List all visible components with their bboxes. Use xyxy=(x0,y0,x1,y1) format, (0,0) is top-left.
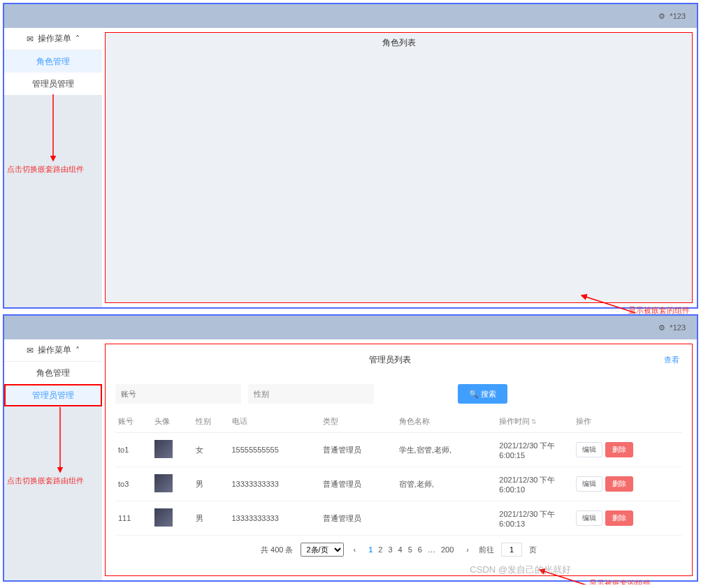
edit-button[interactable]: 编辑 xyxy=(576,510,602,526)
sidebar-header[interactable]: ✉ 操作菜单 ˄ xyxy=(4,28,102,50)
cell-avatar xyxy=(152,467,193,501)
pager-page[interactable]: 1 xyxy=(366,545,375,554)
account-input[interactable] xyxy=(115,384,241,404)
content-area: 管理员列表 查看 🔍 搜索 账号 头像 性别 电话 xyxy=(105,344,693,576)
col-gender: 性别 xyxy=(193,411,229,433)
pager-page[interactable]: 5 xyxy=(405,545,415,554)
cell-gender: 男 xyxy=(193,467,229,501)
gender-input[interactable] xyxy=(248,384,374,404)
chevron-up-icon: ˄ xyxy=(75,346,80,355)
topbar: ⚙ *123 xyxy=(4,4,697,28)
col-role: 角色名称 xyxy=(396,411,497,433)
content-area: 角色列表 xyxy=(105,32,693,303)
cell-ops: 编辑删除 xyxy=(573,501,682,536)
delete-button[interactable]: 删除 xyxy=(605,442,633,457)
cell-account: 111 xyxy=(115,501,152,536)
gear-icon[interactable]: ⚙ xyxy=(658,323,665,332)
cell-avatar xyxy=(152,433,193,467)
delete-button[interactable]: 删除 xyxy=(605,476,633,492)
cell-gender: 男 xyxy=(193,501,229,536)
sidebar-header-label: 操作菜单 xyxy=(38,344,71,356)
col-avatar: 头像 xyxy=(152,411,193,433)
mail-icon: ✉ xyxy=(27,34,34,44)
sidebar-item-admin[interactable]: 管理员管理 xyxy=(4,384,102,406)
col-time[interactable]: 操作时间⇅ xyxy=(496,411,573,433)
user-label: *123 xyxy=(670,323,686,332)
cell-phone: 15555555555 xyxy=(229,433,320,467)
gear-icon[interactable]: ⚙ xyxy=(658,12,665,21)
pager-total: 共 400 条 xyxy=(261,545,293,555)
watermark: CSDN @发自己的光就好 xyxy=(470,564,571,576)
pager-page[interactable]: … xyxy=(425,545,438,554)
sidebar-item-role[interactable]: 角色管理 xyxy=(4,50,102,73)
cell-role xyxy=(396,501,497,536)
col-type: 类型 xyxy=(320,411,396,433)
table-row: 111 男 13333333333 普通管理员 2021/12/30 下午6:0… xyxy=(115,501,682,536)
annotation-show-nested: 显示被嵌套的组件 xyxy=(589,578,651,585)
sidebar-item-admin[interactable]: 管理员管理 xyxy=(4,73,102,95)
cell-ops: 编辑删除 xyxy=(573,467,682,501)
pager-page[interactable]: 3 xyxy=(385,545,395,554)
delete-button[interactable]: 删除 xyxy=(605,510,633,526)
view-link[interactable]: 查看 xyxy=(664,355,682,365)
table-row: to3 男 13333333333 普通管理员 宿管,老师, 2021/12/3… xyxy=(115,467,682,501)
edit-button[interactable]: 编辑 xyxy=(576,442,602,457)
cell-type: 普通管理员 xyxy=(320,501,396,536)
sidebar-header-label: 操作菜单 xyxy=(38,33,71,45)
pagination: 共 400 条 2条/页 ‹ 123456…200 › 前往 页 xyxy=(115,536,682,559)
pager-page[interactable]: 4 xyxy=(396,545,405,554)
per-page-select[interactable]: 2条/页 xyxy=(301,543,344,557)
pager-prev[interactable]: ‹ xyxy=(351,545,359,554)
col-account: 账号 xyxy=(115,411,152,433)
goto-input[interactable] xyxy=(501,543,522,557)
cell-avatar xyxy=(152,501,193,536)
sidebar: ✉ 操作菜单 ˄ 角色管理 管理员管理 点击切换嵌套路由组件 xyxy=(4,339,102,580)
cell-account: to1 xyxy=(115,433,152,467)
chevron-up-icon: ˄ xyxy=(75,34,80,44)
goto-label: 前往 xyxy=(479,545,494,555)
edit-button[interactable]: 编辑 xyxy=(576,476,602,492)
cell-phone: 13333333333 xyxy=(229,467,320,501)
annotation-click-switch: 点击切换嵌套路由组件 xyxy=(7,164,84,175)
table-row: to1 女 15555555555 普通管理员 学生,宿管,老师, 2021/1… xyxy=(115,433,682,467)
cell-time: 2021/12/30 下午6:00:10 xyxy=(496,467,573,501)
pager-page[interactable]: 200 xyxy=(438,545,456,554)
cell-role: 学生,宿管,老师, xyxy=(396,433,497,467)
search-icon: 🔍 xyxy=(469,390,479,398)
cell-account: to3 xyxy=(115,467,152,501)
col-phone: 电话 xyxy=(229,411,320,433)
cell-type: 普通管理员 xyxy=(320,433,396,467)
cell-type: 普通管理员 xyxy=(320,467,396,501)
sidebar-header[interactable]: ✉ 操作菜单 ˄ xyxy=(4,339,102,362)
avatar xyxy=(154,508,173,527)
page-title: 管理员列表 xyxy=(115,350,664,370)
col-ops: 操作 xyxy=(573,411,682,433)
cell-gender: 女 xyxy=(193,433,229,467)
sort-icon: ⇅ xyxy=(531,418,537,425)
avatar xyxy=(154,474,173,492)
cell-ops: 编辑删除 xyxy=(573,433,682,467)
admin-table: 账号 头像 性别 电话 类型 角色名称 操作时间⇅ 操作 to1 女 15555… xyxy=(115,411,682,536)
pager-page[interactable]: 6 xyxy=(415,545,425,554)
pager-next[interactable]: › xyxy=(463,545,472,554)
sidebar: ✉ 操作菜单 ˄ 角色管理 管理员管理 点击切换嵌套路由组件 xyxy=(4,28,102,307)
cell-time: 2021/12/30 下午6:00:15 xyxy=(496,433,573,467)
cell-phone: 13333333333 xyxy=(229,501,320,536)
annotation-click-switch: 点击切换嵌套路由组件 xyxy=(7,476,84,486)
pager-page[interactable]: 2 xyxy=(375,545,385,554)
sidebar-item-role[interactable]: 角色管理 xyxy=(4,362,102,384)
mail-icon: ✉ xyxy=(27,346,34,355)
cell-time: 2021/12/30 下午6:00:13 xyxy=(496,501,573,536)
user-label: *123 xyxy=(670,12,686,20)
topbar: ⚙ *123 xyxy=(4,316,697,339)
avatar xyxy=(154,440,173,458)
cell-role: 宿管,老师, xyxy=(396,467,497,501)
search-button[interactable]: 🔍 搜索 xyxy=(458,384,507,404)
page-suffix: 页 xyxy=(529,545,537,555)
page-title: 角色列表 xyxy=(106,33,692,53)
